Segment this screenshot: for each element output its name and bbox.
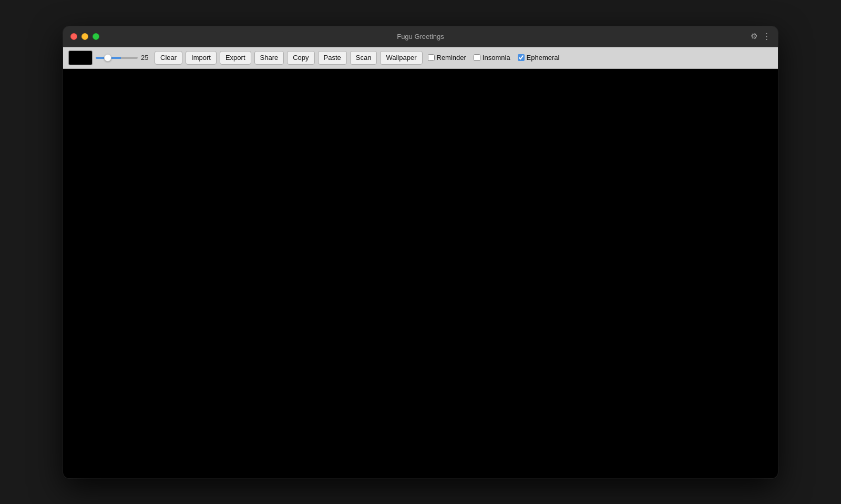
copy-button[interactable]: Copy bbox=[287, 51, 314, 65]
clear-button[interactable]: Clear bbox=[155, 51, 182, 65]
insomnia-checkbox[interactable] bbox=[474, 54, 480, 61]
titlebar: Fugu Greetings ⚙ ⋮ bbox=[63, 26, 778, 47]
brush-size-slider[interactable] bbox=[96, 57, 138, 59]
traffic-lights bbox=[70, 33, 99, 40]
reminder-checkbox[interactable] bbox=[428, 54, 435, 61]
canvas-area[interactable] bbox=[63, 69, 778, 478]
puzzle-icon[interactable]: ⚙ bbox=[751, 32, 757, 41]
paste-button[interactable]: Paste bbox=[318, 51, 347, 65]
wallpaper-button[interactable]: Wallpaper bbox=[380, 51, 422, 65]
reminder-label: Reminder bbox=[437, 54, 466, 61]
insomnia-checkbox-label[interactable]: Insomnia bbox=[474, 54, 510, 61]
export-button[interactable]: Export bbox=[220, 51, 251, 65]
toolbar: 25 Clear Import Export Share Copy Paste … bbox=[63, 47, 778, 69]
maximize-button[interactable] bbox=[93, 33, 99, 40]
app-window: Fugu Greetings ⚙ ⋮ 25 Clear Import Expor… bbox=[63, 26, 778, 478]
checkbox-group: Reminder Insomnia Ephemeral bbox=[428, 54, 560, 61]
slider-container: 25 bbox=[96, 54, 151, 61]
slider-value: 25 bbox=[141, 54, 151, 61]
window-title: Fugu Greetings bbox=[397, 33, 444, 40]
ephemeral-checkbox-label[interactable]: Ephemeral bbox=[518, 54, 560, 61]
color-swatch[interactable] bbox=[68, 50, 93, 65]
share-button[interactable]: Share bbox=[254, 51, 284, 65]
close-button[interactable] bbox=[70, 33, 77, 40]
insomnia-label: Insomnia bbox=[483, 54, 510, 61]
menu-icon[interactable]: ⋮ bbox=[763, 32, 771, 41]
reminder-checkbox-label[interactable]: Reminder bbox=[428, 54, 466, 61]
minimize-button[interactable] bbox=[81, 33, 88, 40]
ephemeral-checkbox[interactable] bbox=[518, 54, 525, 61]
ephemeral-label: Ephemeral bbox=[527, 54, 560, 61]
import-button[interactable]: Import bbox=[186, 51, 217, 65]
titlebar-actions: ⚙ ⋮ bbox=[751, 32, 771, 41]
scan-button[interactable]: Scan bbox=[350, 51, 377, 65]
